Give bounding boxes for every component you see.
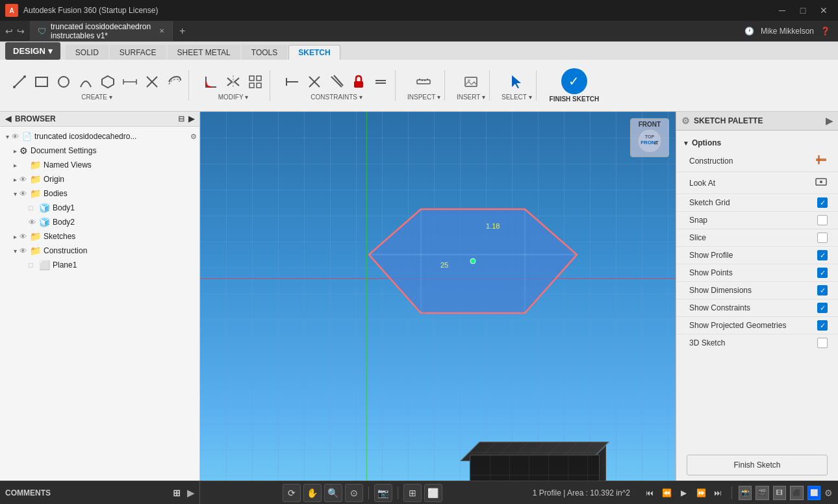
help-icon[interactable]: ❓ [820,27,830,36]
grid-display-button[interactable]: ⊞ [403,484,422,502]
viewport[interactable]: 25 1.18 FRONT TOP [200,112,676,481]
tab-sketch[interactable]: SKETCH [288,45,340,60]
play-button[interactable]: ▶ [678,486,691,500]
browser-item-origin[interactable]: ▸ 👁 📁 Origin [0,172,199,186]
browser-item-bodies[interactable]: ▾ 👁 📁 Bodies [0,186,199,201]
select-tool[interactable] [506,70,527,94]
browser-item-body1[interactable]: □ 🧊 Body1 [0,201,199,215]
camera-button[interactable]: 📷 [374,484,392,502]
palette-row-show-constraints: Show Constraints [676,299,838,317]
polygon-tool[interactable] [97,70,118,94]
circle-tool[interactable] [53,70,74,94]
comments-expand-button[interactable]: ⊞ [173,488,181,498]
finish-sketch-palette-button[interactable]: Finish Sketch [687,455,828,475]
minimize-button[interactable]: ─ [773,4,791,17]
show-constraints-checkbox[interactable] [817,303,828,313]
browser-item-root[interactable]: ▾ 👁 📄 truncated icosidodecahedro... ⚙ [0,129,199,144]
browser-item-sketches[interactable]: ▸ 👁 📁 Sketches [0,229,199,244]
palette-collapse-button[interactable]: ▶ [826,116,833,126]
pattern-tool[interactable] [245,70,266,94]
tab-sheet-metal[interactable]: SHEET METAL [168,45,240,60]
nav-forward-icon[interactable]: ↪ [17,26,25,36]
frame-prev-button[interactable]: ⏪ [660,486,673,500]
trim-tool[interactable] [142,70,162,94]
viewport-gizmo[interactable]: FRONT TOP FRONT R [630,118,669,157]
end-frame-button[interactable]: ⬜ [807,486,820,500]
browser-item-body2[interactable]: 👁 🧊 Body2 [0,215,199,229]
fillet-tool[interactable] [201,70,222,94]
origin-visibility-icon[interactable]: 👁 [19,175,30,183]
bodies-visibility-icon[interactable]: 👁 [19,190,30,197]
body2-vis-icon[interactable]: 👁 [29,218,39,226]
frame-first-button[interactable]: ⏮ [643,486,656,500]
browser-item-plane1[interactable]: □ ⬜ Plane1 [0,258,199,272]
options-section-header[interactable]: ▼ Options [676,136,838,150]
finish-sketch-button[interactable]: ✓ FINISH SKETCH [544,68,605,103]
arc-tool[interactable] [75,70,96,94]
parallel-constraint[interactable] [326,70,347,94]
comments-collapse-button[interactable]: ▶ [187,488,194,498]
rectangle-tool[interactable] [31,70,52,94]
tab-close-button[interactable]: ✕ [159,27,164,34]
lock-constraint[interactable] [348,70,369,94]
settings-button[interactable]: ⚙ [824,488,833,498]
perpendicular-constraint[interactable] [304,70,325,94]
snap-checkbox[interactable] [817,215,828,225]
active-tab[interactable]: 🛡 truncated icosidodecahedron instructab… [30,21,173,41]
design-menu-button[interactable]: DESIGN ▾ [5,42,60,60]
browser-collapse-button[interactable]: ⊟ [178,114,184,123]
tab-surface[interactable]: SURFACE [110,45,166,60]
browser-item-construction[interactable]: ▾ 👁 📁 Construction [0,244,199,258]
measure-tool[interactable] [413,70,434,94]
orbit-button[interactable]: ⟳ [283,484,301,502]
pan-button[interactable]: ✋ [303,484,322,502]
new-tab-button[interactable]: + [173,25,192,37]
3d-sketch-checkbox[interactable] [817,338,828,348]
show-projected-checkbox[interactable] [817,320,828,331]
sketch-grid-checkbox[interactable] [817,197,828,208]
browser-item-named-views[interactable]: ▸ 📁 Named Views [0,158,199,172]
maximize-button[interactable]: □ [794,4,812,17]
close-button[interactable]: ✕ [815,4,833,17]
body2-label: Body2 [53,218,197,227]
origin-folder-icon: 📁 [30,174,41,184]
browser-item-doc-settings[interactable]: ▸ ⚙ Document Settings [0,144,199,158]
tab-tools[interactable]: TOOLS [242,45,287,60]
offset-tool[interactable] [164,70,184,94]
look-at-icon-button[interactable] [815,175,828,190]
show-points-checkbox[interactable] [817,268,828,278]
visibility-icon[interactable]: 👁 [12,132,22,140]
display-mode-button[interactable]: ⬜ [424,484,442,502]
construction-icon-button[interactable] [815,153,828,168]
frame-next-button[interactable]: ⏩ [694,486,707,500]
show-dimensions-checkbox[interactable] [817,285,828,296]
slice-checkbox[interactable] [817,233,828,243]
nav-back-icon[interactable]: ↩ [5,26,13,36]
dimension-tool[interactable] [120,70,140,94]
keyframe-button[interactable]: ⬛ [790,486,803,500]
record-button[interactable]: 🎬 [755,486,768,500]
body1-vis-icon[interactable]: □ [29,204,39,212]
construction-vis-icon[interactable]: 👁 [19,247,30,255]
zoom-button[interactable]: 🔍 [324,484,342,502]
fit-button[interactable]: ⊙ [345,484,363,502]
svg-text:TOP: TOP [645,134,655,139]
svg-text:R: R [654,141,657,145]
box-front [470,455,600,481]
browser-expand-button[interactable]: ▶ [188,114,194,123]
plane1-vis-icon[interactable]: □ [29,261,39,269]
mirror-tool[interactable] [223,70,244,94]
capture-frame-button[interactable]: 📸 [739,486,752,500]
equal-constraint[interactable] [370,70,391,94]
frames-button[interactable]: 🎞 [773,486,786,500]
show-profile-checkbox[interactable] [817,250,828,260]
root-settings-icon[interactable]: ⚙ [190,132,197,141]
tab-solid[interactable]: SOLID [66,45,108,60]
insert-image-tool[interactable] [461,70,481,94]
frame-last-button[interactable]: ⏭ [711,486,724,500]
horizontal-constraint[interactable] [282,70,303,94]
line-tool[interactable] [9,70,30,94]
settings-icon: ⚙ [19,145,28,156]
sketch-palette-panel: ⚙ SKETCH PALETTE ▶ ▼ Options Constructio… [676,112,838,481]
sketches-vis-icon[interactable]: 👁 [19,233,30,240]
